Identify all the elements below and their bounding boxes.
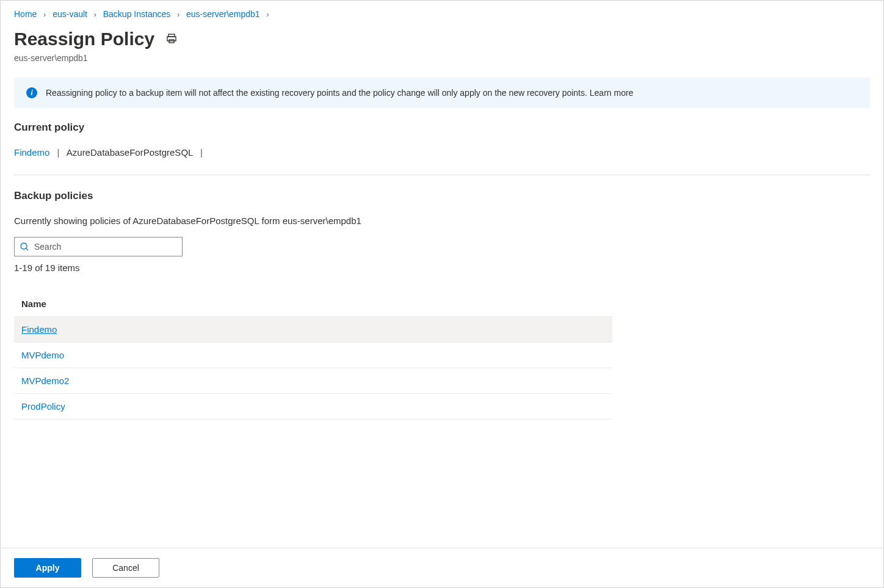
svg-line-4	[26, 249, 28, 250]
policies-table: Name FindemoMVPdemoMVPdemo2ProdPolicy	[14, 291, 612, 419]
chevron-right-icon: ›	[94, 10, 96, 19]
page-title: Reassign Policy	[14, 29, 154, 49]
search-input[interactable]	[34, 242, 177, 252]
current-policy-type: AzureDatabaseForPostgreSQL	[67, 147, 193, 158]
breadcrumb-backup-instances[interactable]: Backup Instances	[103, 9, 171, 19]
backup-policies-desc: Currently showing policies of AzureDatab…	[1, 216, 883, 237]
table-row[interactable]: MVPdemo2	[14, 368, 612, 394]
table-row[interactable]: ProdPolicy	[14, 394, 612, 419]
page-header: Reassign Policy	[1, 24, 883, 53]
divider	[14, 175, 870, 175]
info-banner: i Reassigning policy to a backup item wi…	[14, 78, 870, 108]
table-row[interactable]: MVPdemo	[14, 343, 612, 368]
current-policy-row: Findemo | AzureDatabaseForPostgreSQL |	[1, 147, 883, 175]
svg-point-3	[21, 243, 27, 249]
policy-link[interactable]: Findemo	[21, 324, 57, 335]
column-header-name[interactable]: Name	[14, 291, 612, 317]
footer-bar: Apply Cancel	[1, 548, 883, 587]
breadcrumb-vault[interactable]: eus-vault	[53, 9, 87, 19]
print-icon[interactable]	[165, 32, 178, 46]
breadcrumb: Home › eus-vault › Backup Instances › eu…	[1, 1, 883, 24]
table-row[interactable]: Findemo	[14, 317, 612, 343]
chevron-right-icon: ›	[43, 10, 46, 19]
breadcrumb-instance[interactable]: eus-server\empdb1	[186, 9, 260, 19]
current-policy-title: Current policy	[1, 122, 883, 147]
cancel-button[interactable]: Cancel	[92, 558, 159, 578]
chevron-right-icon: ›	[177, 10, 179, 19]
apply-button[interactable]: Apply	[14, 558, 81, 578]
policies-table-wrap: Name FindemoMVPdemoMVPdemo2ProdPolicy	[1, 291, 883, 419]
search-icon	[20, 242, 29, 252]
page-subtitle: eus-server\empdb1	[1, 53, 883, 78]
chevron-right-icon: ›	[267, 10, 269, 19]
search-box[interactable]	[14, 237, 183, 256]
separator: |	[200, 147, 203, 158]
separator: |	[57, 147, 60, 158]
current-policy-link[interactable]: Findemo	[14, 147, 49, 158]
policy-link[interactable]: ProdPolicy	[21, 401, 65, 412]
item-count: 1-19 of 19 items	[1, 260, 883, 291]
backup-policies-title: Backup policies	[1, 190, 883, 216]
info-banner-text: Reassigning policy to a backup item will…	[46, 88, 633, 98]
info-icon: i	[26, 87, 37, 98]
breadcrumb-home[interactable]: Home	[14, 9, 37, 19]
policy-link[interactable]: MVPdemo	[21, 350, 64, 360]
policy-link[interactable]: MVPdemo2	[21, 376, 69, 386]
svg-rect-1	[167, 37, 176, 41]
